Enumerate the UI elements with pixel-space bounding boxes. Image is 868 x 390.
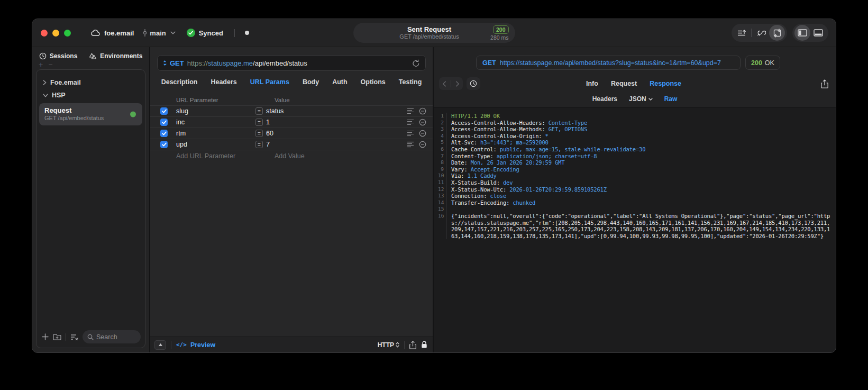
protocol-selector[interactable]: HTTP <box>378 341 399 349</box>
param-enabled-checkbox[interactable] <box>160 119 168 126</box>
remove-param-button[interactable] <box>419 119 426 126</box>
url-field[interactable]: https://statuspage.me/api/embed/status <box>187 59 307 67</box>
response-line: 9Vary: Accept-Encoding <box>438 166 830 173</box>
toggle-bottom-panel-button[interactable] <box>810 25 826 41</box>
close-window-button[interactable] <box>41 30 48 37</box>
remove-param-button[interactable] <box>419 130 426 137</box>
branch-icon <box>143 29 147 37</box>
sync-label: Synced <box>199 29 223 37</box>
tab-sessions[interactable]: Sessions <box>39 52 78 60</box>
tab-sessions-label: Sessions <box>50 52 78 60</box>
request-list-item[interactable]: Request GET /api/embed/status <box>39 103 142 125</box>
remove-session-button[interactable]: − <box>48 62 52 68</box>
expand-panel-button[interactable] <box>154 340 166 350</box>
search-icon <box>87 334 94 340</box>
tab-body[interactable]: Body <box>303 78 319 86</box>
param-value-field[interactable]: 60 <box>266 130 273 137</box>
tab-environments[interactable]: Environments <box>89 52 142 60</box>
tab-auth[interactable]: Auth <box>332 78 347 86</box>
resend-request-button[interactable] <box>412 59 420 67</box>
method-label[interactable]: GET <box>170 59 184 67</box>
param-options-icon[interactable] <box>407 141 414 148</box>
filter-list-button[interactable] <box>70 334 78 340</box>
response-status-code: 200 <box>751 59 762 67</box>
method-stepper-icon[interactable] <box>163 60 167 66</box>
minimize-window-button[interactable] <box>52 30 59 37</box>
tree-group-foe-email[interactable]: Foe.email <box>36 76 145 89</box>
line-number: 3 <box>438 126 447 133</box>
param-value-field[interactable]: 7 <box>266 141 270 148</box>
tab-description[interactable]: Description <box>161 78 198 86</box>
tree-group-hsp[interactable]: HSP <box>36 89 145 102</box>
line-number: 11 <box>438 179 447 186</box>
tab-info[interactable]: Info <box>586 80 598 87</box>
line-number: 15 <box>438 206 447 213</box>
response-line: 3Access-Control-Allow-Methods: GET, OPTI… <box>438 126 830 133</box>
request-url-bar[interactable]: GET https://statuspage.me/api/embed/stat… <box>157 55 426 71</box>
app-window: foe.email main Synced Sent Request GET /… <box>32 19 836 353</box>
response-line-text: Date: Mon, 26 Jan 2026 20:29:59 GMT <box>451 159 564 166</box>
tree-group-label: HSP <box>52 92 66 99</box>
param-enabled-checkbox[interactable] <box>160 130 168 137</box>
add-url-parameter-field[interactable]: Add URL Parameter <box>150 152 264 160</box>
param-value-field[interactable]: status <box>266 107 284 115</box>
response-line: 16{"incidents":null,"overall":{"code":"o… <box>438 213 830 239</box>
tab-options[interactable]: Options <box>361 78 386 86</box>
share-button[interactable] <box>409 341 416 349</box>
param-value-field[interactable]: 1 <box>266 119 270 126</box>
param-name-field[interactable]: inc <box>168 119 255 126</box>
param-name-field[interactable]: slug <box>168 107 255 115</box>
response-line-text: Via: 1.1 Caddy <box>451 173 497 179</box>
tab-request[interactable]: Request <box>611 80 637 87</box>
subtab-json-label: JSON <box>629 95 646 103</box>
subtab-headers[interactable]: Headers <box>592 95 617 103</box>
preview-button[interactable]: </> Preview <box>176 341 215 349</box>
response-status-text: OK <box>765 59 774 67</box>
remove-param-button[interactable] <box>419 141 426 148</box>
protocol-label: HTTP <box>378 341 394 349</box>
new-folder-button[interactable] <box>53 333 61 340</box>
add-value-field[interactable]: Add Value <box>264 152 305 160</box>
request-queue-button[interactable] <box>734 25 750 41</box>
subtab-json[interactable]: JSON <box>629 95 653 103</box>
tab-url-params[interactable]: URL Params <box>250 78 289 86</box>
tab-headers[interactable]: Headers <box>211 78 236 86</box>
import-export-button[interactable] <box>769 25 785 41</box>
project-menu[interactable]: foe.email <box>90 29 134 37</box>
equals-operator-icon: = <box>255 119 263 126</box>
response-line-text <box>451 206 454 213</box>
param-options-icon[interactable] <box>407 130 414 137</box>
line-number: 12 <box>438 186 447 193</box>
url-params-table: URL Parameter Value slug=statusinc=1rtm=… <box>150 95 433 162</box>
new-request-button[interactable] <box>42 333 49 340</box>
zoom-window-button[interactable] <box>64 30 71 37</box>
line-number: 4 <box>438 133 447 140</box>
tab-response[interactable]: Response <box>650 80 681 87</box>
remove-param-button[interactable] <box>419 107 426 115</box>
param-enabled-checkbox[interactable] <box>160 107 168 115</box>
tab-testing[interactable]: Testing <box>399 78 422 86</box>
param-name-field[interactable]: upd <box>168 141 255 148</box>
equals-operator-icon: = <box>255 130 263 137</box>
search-box[interactable] <box>83 330 141 343</box>
toggle-sidebar-button[interactable] <box>794 25 810 41</box>
param-options-icon[interactable] <box>407 119 414 125</box>
dynamic-values-button[interactable] <box>753 25 769 41</box>
response-line-text: Access-Control-Allow-Methods: GET, OPTIO… <box>451 126 587 133</box>
sent-request-url[interactable]: GET https://statuspage.me/api/embed/stat… <box>476 56 741 70</box>
request-summary-subtitle: GET /api/embed/status <box>377 33 482 40</box>
add-session-button[interactable]: + <box>39 62 43 68</box>
response-line-text: Access-Control-Allow-Origin: * <box>451 133 549 140</box>
param-options-icon[interactable] <box>407 108 414 114</box>
search-input[interactable] <box>96 333 136 341</box>
param-enabled-checkbox[interactable] <box>160 141 168 148</box>
subtab-raw[interactable]: Raw <box>664 95 678 103</box>
sent-request-summary[interactable]: Sent Request GET /api/embed/status 200 2… <box>353 23 515 43</box>
sync-status[interactable]: Synced <box>187 29 223 37</box>
response-line-text: Access-Control-Allow-Headers: Content-Ty… <box>451 120 587 126</box>
titlebar: foe.email main Synced Sent Request GET /… <box>32 19 836 47</box>
equals-operator-icon: = <box>255 141 263 148</box>
branch-selector[interactable]: main <box>143 29 175 37</box>
response-body[interactable]: 1HTTP/1.1 200 OK2Access-Control-Allow-He… <box>434 108 836 352</box>
param-name-field[interactable]: rtm <box>168 130 255 137</box>
